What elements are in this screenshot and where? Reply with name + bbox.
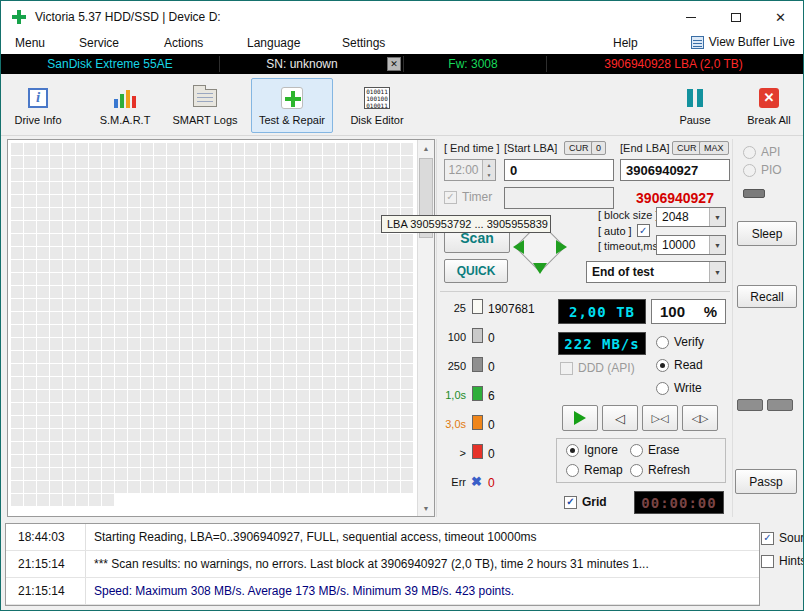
grid-checkbox[interactable]: ✓ Grid: [564, 495, 607, 509]
log-panel: 18:44:03 Starting Reading, LBA=0..390694…: [5, 523, 760, 606]
test-repair-button[interactable]: Test & Repair: [251, 78, 333, 133]
stat-label-gt: >: [438, 447, 466, 459]
spinner-arrows-icon[interactable]: ▲▼: [482, 160, 495, 180]
end-lba-input[interactable]: 3906940927: [620, 159, 730, 181]
drive-info-button[interactable]: i Drive Info: [7, 78, 69, 133]
menu-item-help[interactable]: Help: [613, 36, 638, 50]
mode-radio-read[interactable]: Read: [656, 358, 703, 372]
menu-item-language[interactable]: Language: [247, 36, 300, 50]
start-lba-zero-button[interactable]: 0: [591, 141, 606, 155]
close-button[interactable]: ✕: [758, 1, 803, 33]
log-row: 18:44:03 Starting Reading, LBA=0..390694…: [6, 524, 759, 551]
break-icon: ✕: [756, 86, 782, 110]
minimize-button[interactable]: [668, 1, 713, 33]
menu-item-service[interactable]: Service: [79, 36, 119, 50]
elapsed-time-lcd: 00:00:00: [634, 491, 724, 514]
radio-icon: [656, 382, 669, 395]
menu-item-menu[interactable]: Menu: [15, 36, 45, 50]
end-of-test-dropdown[interactable]: End of test ▼: [586, 261, 726, 283]
action-radio-ignore[interactable]: Ignore: [566, 443, 618, 457]
status-led: [743, 189, 765, 198]
title-bar: Victoria 5.37 HDD/SSD | Device D: ✕: [1, 1, 803, 33]
action-radio-refresh[interactable]: Refresh: [630, 463, 690, 477]
log-text: *** Scan results: no warnings, no errors…: [86, 557, 649, 571]
scroll-up-icon[interactable]: ▲: [418, 140, 434, 156]
stat-block-gt: [472, 444, 483, 459]
sleep-button[interactable]: Sleep: [737, 221, 797, 246]
start-test-button[interactable]: [562, 405, 598, 431]
stat-count-3s: 0: [488, 418, 495, 432]
stat-label-1s: 1,0s: [438, 389, 466, 401]
divider: [436, 139, 437, 517]
speed-lcd: 222 MB/s: [558, 332, 646, 355]
side-panel: API PIO Sleep Recall Passp: [733, 139, 803, 517]
break-all-button[interactable]: ✕ Break All: [739, 78, 799, 133]
radio-icon: [743, 164, 756, 177]
auto-label: [ auto ]: [598, 225, 632, 237]
start-lba-label: [Start LBA]: [504, 142, 557, 154]
hints-label: Hints: [779, 554, 804, 568]
hints-checkbox[interactable]: Hints: [761, 554, 804, 568]
stat-label-25: 25: [438, 302, 466, 314]
menu-item-settings[interactable]: Settings: [342, 36, 385, 50]
device-bar-close-button[interactable]: ✕: [387, 57, 401, 71]
passp-button[interactable]: Passp: [735, 469, 797, 494]
last-block-lba-value: 3906940927: [620, 187, 730, 209]
recall-button[interactable]: Recall: [737, 285, 797, 308]
menu-item-actions[interactable]: Actions: [164, 36, 203, 50]
ddd-api-checkbox[interactable]: DDD (API): [560, 361, 635, 375]
radio-icon: [656, 359, 669, 372]
pio-radio[interactable]: PIO: [743, 163, 782, 177]
grid-label: Grid: [582, 495, 607, 509]
write-label: Write: [674, 381, 702, 395]
timer-input[interactable]: [504, 187, 614, 209]
disk-editor-label: Disk Editor: [350, 114, 403, 126]
pause-button[interactable]: Pause: [667, 78, 723, 133]
start-lba-cur-button[interactable]: CUR: [564, 141, 594, 155]
view-buffer-live[interactable]: View Buffer Live: [691, 35, 795, 49]
scroll-down-icon[interactable]: ▼: [418, 500, 434, 516]
capacity-lcd: 2,00 TB: [558, 299, 646, 324]
end-lba-cur-button[interactable]: CUR: [672, 141, 702, 155]
bowtie-out-icon: ◁▷: [692, 412, 709, 425]
start-lba-input[interactable]: 0: [504, 159, 614, 181]
end-time-spinner[interactable]: 12:00 ▲▼: [444, 159, 496, 181]
auto-checkbox[interactable]: [ auto ] ✓: [598, 224, 650, 237]
test-controls-panel: [ End time ] [Start LBA] CUR 0 [End LBA]…: [438, 139, 732, 517]
api-radio[interactable]: API: [743, 145, 780, 159]
block-size-dropdown[interactable]: 2048 ▼: [656, 207, 726, 227]
radio-icon: [630, 444, 643, 457]
seek-inward-button[interactable]: ▷◁: [642, 405, 678, 431]
log-time: 18:44:03: [6, 524, 86, 550]
drive-info-icon: i: [25, 86, 51, 110]
maximize-button[interactable]: [713, 1, 758, 33]
jog-down-arrow-icon[interactable]: [533, 263, 547, 274]
chevron-down-icon: ▼: [709, 236, 725, 254]
stat-block-250: [472, 357, 483, 372]
action-radio-erase[interactable]: Erase: [630, 443, 679, 457]
percent-sign: %: [704, 303, 717, 320]
action-radio-remap[interactable]: Remap: [566, 463, 623, 477]
jog-right-arrow-icon[interactable]: [556, 240, 567, 254]
smart-button[interactable]: S.M.A.R.T: [93, 78, 157, 133]
mode-radio-verify[interactable]: Verify: [656, 335, 704, 349]
smart-logs-button[interactable]: SMART Logs: [169, 78, 241, 133]
timer-checkbox[interactable]: ✓ Timer: [444, 190, 492, 204]
seek-outward-button[interactable]: ◁▷: [682, 405, 718, 431]
timeout-dropdown[interactable]: 10000 ▼: [656, 235, 726, 255]
scan-scrollbar[interactable]: ▲ ▼: [417, 140, 434, 516]
timer-label: Timer: [462, 190, 492, 204]
menu-bar: Menu Service Actions Language Settings H…: [1, 33, 803, 54]
mode-radio-write[interactable]: Write: [656, 381, 702, 395]
step-back-button[interactable]: ◁: [602, 405, 638, 431]
quick-button[interactable]: QUICK: [444, 259, 508, 283]
pause-icon: [682, 86, 708, 110]
stat-count-gt: 0: [488, 447, 495, 461]
checkbox-icon: [560, 362, 573, 375]
stat-count-25: 1907681: [488, 302, 535, 316]
sound-checkbox[interactable]: ✓ Sound: [761, 531, 804, 545]
verify-label: Verify: [674, 335, 704, 349]
end-lba-max-button[interactable]: MAX: [699, 141, 729, 155]
disk-editor-button[interactable]: 010011 100100 010011 Disk Editor: [345, 78, 409, 133]
jog-left-arrow-icon[interactable]: [513, 240, 524, 254]
